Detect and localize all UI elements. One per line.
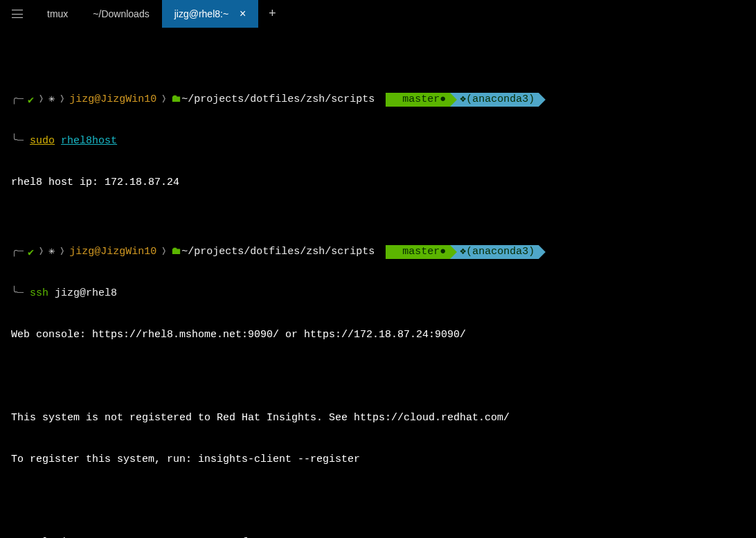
tab-label: jizg@rhel8:~	[174, 8, 228, 19]
fan-icon: ✳	[48, 93, 55, 107]
blank-line	[11, 370, 745, 384]
close-icon[interactable]: ×	[240, 8, 246, 19]
command-line: ╰─ ssh jizg@rhel8	[11, 287, 745, 301]
menu-button[interactable]	[0, 0, 35, 28]
terminal-content[interactable]: ╭─ ✔ ❭ ✳ ❭ jizg@JizgWin10 ❭ 🖿 ~/projects…	[0, 28, 756, 538]
output-line: rhel8 host ip: 172.18.87.24	[11, 176, 745, 190]
fan-icon: ✳	[48, 245, 55, 259]
check-icon: ✔	[28, 245, 34, 259]
segment-arrow	[379, 245, 386, 259]
cmd-sudo: sudo	[30, 135, 55, 147]
tab-tmux[interactable]: tmux	[35, 0, 80, 28]
segment-arrow	[539, 93, 546, 107]
segment-arrow	[450, 245, 457, 259]
cmd-arg: jizg@rhel8	[55, 287, 117, 299]
cmd-arg: rhel8host	[61, 135, 117, 147]
cmd-ssh: ssh	[30, 287, 48, 299]
plus-icon: +	[269, 7, 276, 21]
git-status-icon: ●	[440, 93, 446, 107]
command-line: ╰─ sudo rhel8host	[11, 134, 745, 148]
git-branch: master	[402, 93, 440, 107]
git-icon	[390, 93, 402, 107]
prompt-user: jizg@JizgWin10	[69, 93, 156, 107]
python-icon: ❖	[460, 245, 466, 259]
folder-icon: 🖿	[171, 93, 181, 107]
git-status-icon: ●	[440, 245, 446, 259]
tab-label: tmux	[47, 8, 68, 19]
python-icon: ❖	[460, 93, 466, 107]
prompt-path: ~/projects/dotfiles/zsh/scripts	[181, 93, 375, 107]
segment-arrow	[450, 93, 457, 107]
prompt-segment-row: ╭─ ✔ ❭ ✳ ❭ jizg@JizgWin10 ❭ 🖿 ~/projects…	[11, 245, 745, 259]
check-icon: ✔	[28, 93, 34, 107]
blank-line	[11, 494, 745, 508]
output-line: This system is not registered to Red Hat…	[11, 411, 745, 425]
hamburger-icon	[12, 10, 23, 18]
conda-env: (anaconda3)	[466, 245, 534, 259]
prompt-path: ~/projects/dotfiles/zsh/scripts	[181, 245, 375, 259]
segment-arrow	[539, 245, 546, 259]
folder-icon: 🖿	[171, 245, 181, 259]
segment-arrow	[379, 93, 386, 107]
output-line: Web console: https://rhel8.mshome.net:90…	[11, 328, 745, 342]
titlebar: tmux ~/Downloads jizg@rhel8:~ × +	[0, 0, 756, 28]
new-tab-button[interactable]: +	[258, 0, 286, 28]
output-line: To register this system, run: insights-c…	[11, 453, 745, 467]
prompt-user: jizg@JizgWin10	[69, 245, 156, 259]
tab-downloads[interactable]: ~/Downloads	[80, 0, 161, 28]
git-icon	[390, 245, 402, 259]
tab-label: ~/Downloads	[93, 8, 149, 19]
prompt-segment-row: ╭─ ✔ ❭ ✳ ❭ jizg@JizgWin10 ❭ 🖿 ~/projects…	[11, 93, 745, 107]
conda-env: (anaconda3)	[466, 93, 534, 107]
tab-ssh[interactable]: jizg@rhel8:~ ×	[162, 0, 259, 28]
git-branch: master	[402, 245, 440, 259]
